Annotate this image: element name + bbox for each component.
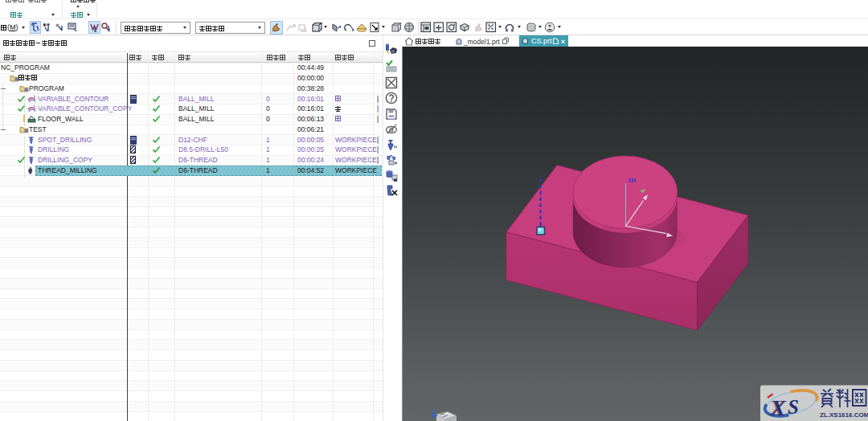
svg-text:ZM: ZM xyxy=(628,178,636,183)
svg-text:ZL.XS1616.COM: ZL.XS1616.COM xyxy=(820,411,868,419)
svg-text:X: X xyxy=(770,395,787,420)
svg-text:S: S xyxy=(788,396,799,418)
